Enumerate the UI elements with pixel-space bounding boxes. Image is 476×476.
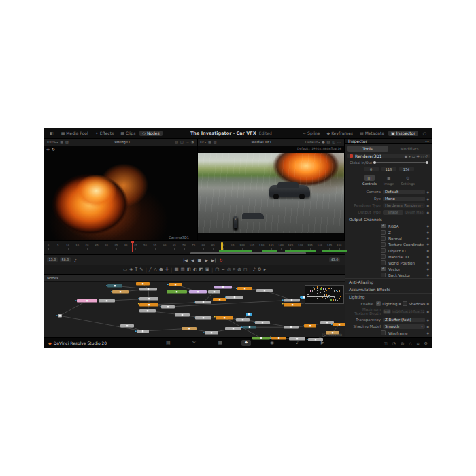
node-tool-icon[interactable]: ✚ [165, 267, 169, 272]
node-tool-icon[interactable]: T [135, 267, 137, 272]
node-input-dot[interactable] [194, 301, 195, 303]
lut-dropdown[interactable]: Default▾ [305, 140, 320, 144]
node-tool-icon[interactable]: ✎ [139, 267, 143, 272]
keyframe-dot[interactable]: ● [427, 331, 430, 335]
transport-button[interactable]: ▶ [205, 258, 208, 262]
toolbar-button-inspector[interactable]: ▣Inspector [388, 131, 418, 136]
keyframe-dot[interactable]: ● [427, 273, 430, 277]
viewer-display-icons[interactable]: ●▤◫⋯ [322, 140, 342, 144]
node-input-dot[interactable] [300, 296, 301, 298]
subtab-controls[interactable]: ◫Controls [362, 175, 377, 186]
section-lighting[interactable]: ∨Lighting [345, 293, 432, 301]
node-input-dot[interactable] [270, 337, 271, 339]
node-input-dot[interactable] [282, 299, 284, 301]
global-in-out-value[interactable]: 116 [381, 167, 396, 171]
range-out-field[interactable]: 58.0 [60, 257, 71, 262]
viewer-icon[interactable]: ⋯ [186, 140, 189, 144]
playhead[interactable] [132, 241, 133, 252]
keyframe-dot[interactable]: ● [427, 197, 430, 201]
segment-option[interactable]: int16 [392, 309, 400, 314]
current-frame-field[interactable]: 43.0 [329, 257, 340, 262]
node-tool-icon[interactable]: ◈ [129, 267, 133, 272]
inspector-node-header[interactable]: Renderer3D1 ●▾▭✚◻↺ [347, 154, 430, 158]
checkbox[interactable]: ✓ [381, 224, 386, 228]
bottom-bar-icon[interactable]: ⚙ [424, 341, 428, 345]
viewer-icon[interactable]: ▦ [208, 140, 211, 144]
keyframe-dot[interactable]: ● [427, 261, 430, 265]
toolbar-button-metadata[interactable]: ▤Metadata [357, 131, 387, 136]
node-tool-icon[interactable]: ▢ [215, 267, 219, 272]
toolbar-button-spline[interactable]: ≈Spline [300, 131, 322, 136]
timeline-marker[interactable] [221, 242, 223, 250]
viewer-icon[interactable]: ● [322, 140, 324, 144]
right-viewer-canvas[interactable]: Default : 1920x1080xfloat16 [198, 146, 344, 240]
node-tool-icon[interactable]: ◩ [199, 267, 203, 272]
node-input-dot[interactable] [106, 285, 107, 286]
range-in-field[interactable]: 13.0 [47, 257, 58, 262]
viewer-icon[interactable]: ◫ [180, 140, 184, 144]
node-input-dot[interactable] [75, 300, 77, 301]
node-tool-icon[interactable]: ▦ [174, 267, 178, 272]
keyframe-dot[interactable]: ● [427, 190, 430, 194]
toolbar-button-clips[interactable]: ▩Clips [118, 131, 138, 136]
node-header-icon[interactable]: ▭ [412, 154, 415, 158]
node-input-dot[interactable] [241, 326, 243, 328]
node-header-icon[interactable]: ↺ [425, 154, 428, 158]
checkbox[interactable]: ✓ [376, 301, 381, 306]
keyframe-dot[interactable]: ● [427, 310, 430, 313]
checkbox[interactable]: ✓ [381, 267, 386, 271]
viewer-icon[interactable]: ◔ [191, 140, 194, 144]
keyframe-dot[interactable]: ● [427, 204, 430, 207]
checkbox[interactable] [381, 254, 386, 259]
node-tool-icon[interactable]: ♪ [253, 267, 256, 272]
segment-option[interactable]: Image [383, 210, 403, 215]
horizontal-scrollbar[interactable] [190, 252, 306, 254]
options-menu-icon[interactable]: ⋯ [425, 139, 429, 143]
node-tool-icon[interactable]: ▥ [181, 267, 185, 272]
node-mask-dot[interactable] [138, 303, 139, 305]
keyframe-dot[interactable]: ● [427, 267, 430, 271]
node-tool-icon[interactable]: ≈ [221, 267, 224, 272]
node-tool-icon[interactable]: ◐ [193, 267, 197, 272]
bottom-bar-icon[interactable]: ◫ [384, 341, 388, 345]
bottom-bar-icon[interactable]: ⌂ [417, 341, 420, 345]
node-input-dot[interactable] [188, 291, 189, 292]
node-input-dot[interactable] [194, 317, 195, 318]
keyframe-dot[interactable]: ● [427, 231, 430, 234]
viewer-icon[interactable]: ⋯ [337, 140, 341, 144]
node-tool-icon[interactable]: ▭ [123, 267, 127, 272]
viewer-icon[interactable]: ▧ [65, 140, 69, 144]
keyframe-dot[interactable]: ● [427, 325, 430, 328]
param-dropdown[interactable]: Hardware Renderer▾ [383, 203, 425, 208]
checkbox[interactable] [381, 260, 386, 265]
toolbar-button-nodes[interactable]: ◇Nodes [139, 131, 162, 136]
node-header-icon[interactable]: ● [405, 154, 407, 158]
segment-option[interactable]: int8 [383, 309, 391, 314]
node-input-dot[interactable] [303, 325, 304, 326]
viewport-tool-icon[interactable]: ↻ [52, 147, 55, 152]
node-graph[interactable] [44, 281, 345, 345]
node-header-icon[interactable]: ✚ [416, 154, 419, 158]
subtab-image[interactable]: ▣Image [384, 175, 394, 186]
node-input-dot[interactable] [236, 288, 237, 289]
node-tool-icon[interactable]: ◧ [187, 267, 191, 272]
notifications-button[interactable]: ○ [420, 131, 429, 136]
left-viewer-canvas[interactable]: ✛↻ Camera3D1 [44, 146, 197, 240]
ui-layout-button[interactable]: ◧ [47, 131, 56, 136]
global-in-out-slider[interactable] [374, 162, 428, 163]
keyframe-dot[interactable]: ● [398, 302, 401, 305]
checkbox[interactable] [381, 273, 386, 277]
param-dropdown[interactable]: Mono▾ [383, 197, 425, 201]
node-header-icon[interactable]: ◻ [421, 154, 424, 158]
zoom-dropdown[interactable]: 100%▾ [46, 140, 58, 144]
param-dropdown[interactable]: Smooth▾ [383, 324, 425, 329]
keyframe-dot[interactable]: ● [427, 249, 430, 252]
keyframe-dot[interactable]: ● [427, 318, 430, 322]
transport-button[interactable]: ◀ [191, 258, 194, 262]
transport-button[interactable]: |◀ [183, 258, 188, 262]
node-tool-icon[interactable]: ▣ [205, 267, 209, 272]
param-dropdown[interactable]: Default▾ [383, 190, 425, 194]
node-input-dot[interactable] [111, 291, 112, 292]
checkbox[interactable] [381, 330, 386, 335]
node-mask-dot[interactable] [270, 337, 271, 338]
